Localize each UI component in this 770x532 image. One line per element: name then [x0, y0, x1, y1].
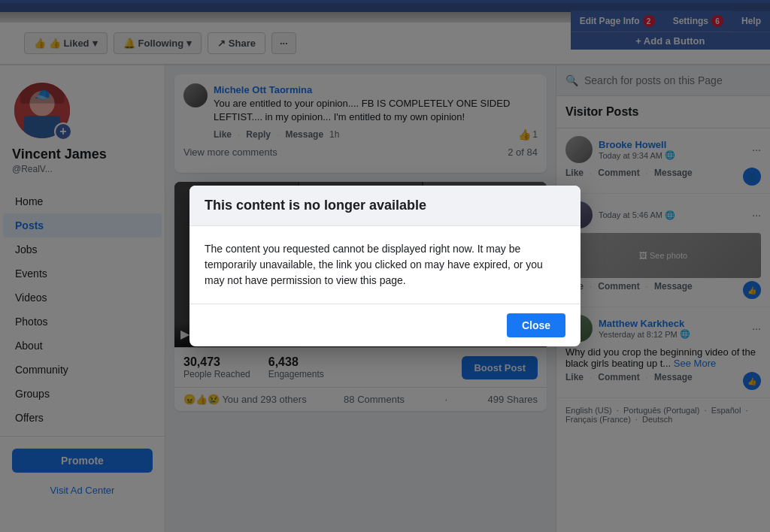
close-button[interactable]: Close: [507, 313, 565, 337]
modal-header: This content is no longer available: [189, 186, 581, 226]
modal-overlay[interactable]: This content is no longer available The …: [0, 0, 770, 532]
modal: This content is no longer available The …: [189, 186, 581, 346]
app-wrapper: 👍 👍 Liked ▾ 🔔 Following ▾ ↗ Share ···: [0, 0, 770, 532]
modal-footer: Close: [189, 304, 581, 346]
modal-body: The content you requested cannot be disp…: [189, 226, 581, 304]
modal-body-text: The content you requested cannot be disp…: [205, 241, 565, 289]
modal-title: This content is no longer available: [205, 198, 565, 213]
